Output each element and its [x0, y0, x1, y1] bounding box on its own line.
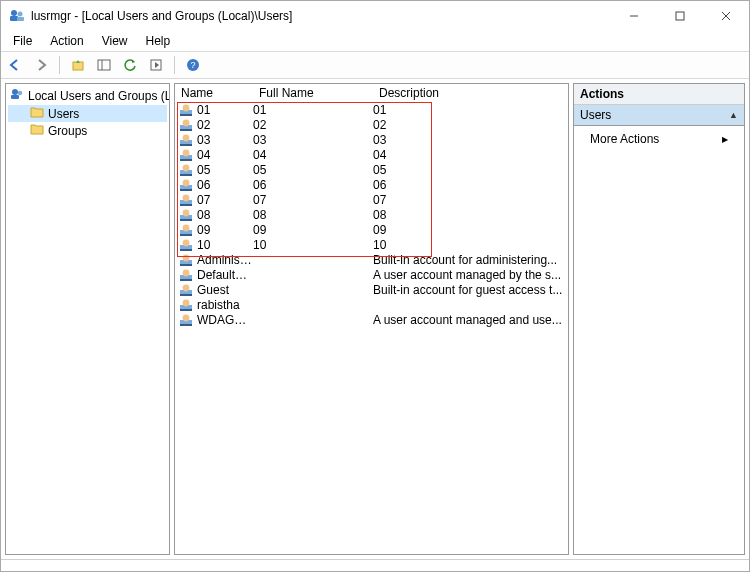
table-row-user-10[interactable]: 101010: [175, 237, 568, 252]
help-button[interactable]: ?: [183, 55, 203, 75]
user-icon: [179, 223, 193, 237]
tree-groups-label: Groups: [48, 124, 87, 138]
svg-rect-15: [11, 95, 19, 99]
cell-name: 10: [193, 238, 253, 252]
svg-point-48: [183, 254, 190, 261]
tree: Local Users and Groups (Local) Users Gro…: [6, 84, 169, 141]
svg-rect-19: [180, 114, 192, 116]
user-icon: [179, 238, 193, 252]
cell-description: 07: [373, 193, 568, 207]
svg-rect-34: [180, 189, 192, 191]
tree-node-users[interactable]: Users: [8, 105, 167, 122]
refresh-button[interactable]: [120, 55, 140, 75]
svg-point-16: [18, 91, 22, 95]
table-row-user-05[interactable]: 050505: [175, 162, 568, 177]
svg-point-54: [183, 284, 190, 291]
cell-fullname: 02: [253, 118, 373, 132]
back-button[interactable]: [5, 55, 25, 75]
table-row-user-02[interactable]: 020202: [175, 117, 568, 132]
svg-point-0: [11, 10, 17, 16]
table-row-user-01[interactable]: 010101: [175, 102, 568, 117]
table-row-user-07[interactable]: 070707: [175, 192, 568, 207]
svg-point-45: [183, 239, 190, 246]
cell-name: 08: [193, 208, 253, 222]
table-row-user-administrator[interactable]: AdministratorBuilt-in account for admini…: [175, 252, 568, 267]
chevron-right-icon: ▶: [722, 135, 728, 144]
toolbar: ?: [1, 51, 749, 79]
column-header-fullname[interactable]: Full Name: [253, 86, 373, 100]
table-row-user-wdagutility[interactable]: WDAGUtility...A user account managed and…: [175, 312, 568, 327]
table-row-user-03[interactable]: 030303: [175, 132, 568, 147]
table-row-user-04[interactable]: 040404: [175, 147, 568, 162]
cell-description: 03: [373, 133, 568, 147]
table-row-user-guest[interactable]: GuestBuilt-in account for guest access t…: [175, 282, 568, 297]
svg-rect-46: [180, 249, 192, 251]
cell-fullname: 05: [253, 163, 373, 177]
cell-name: 03: [193, 133, 253, 147]
menu-file[interactable]: File: [5, 32, 40, 50]
column-header-name[interactable]: Name: [175, 86, 253, 100]
user-icon: [179, 193, 193, 207]
cell-description: A user account managed by the s...: [373, 268, 568, 282]
list-rows: 0101010202020303030404040505050606060707…: [175, 102, 568, 554]
cell-description: Built-in account for guest access t...: [373, 283, 568, 297]
cell-name: 02: [193, 118, 253, 132]
table-row-user-defaultacco[interactable]: DefaultAcco...A user account managed by …: [175, 267, 568, 282]
collapse-up-icon: ▲: [729, 110, 738, 120]
svg-rect-25: [180, 144, 192, 146]
forward-button[interactable]: [31, 55, 51, 75]
svg-rect-37: [180, 204, 192, 206]
cell-description: 02: [373, 118, 568, 132]
svg-rect-5: [676, 12, 684, 20]
table-row-user-06[interactable]: 060606: [175, 177, 568, 192]
cell-fullname: 03: [253, 133, 373, 147]
user-icon: [179, 133, 193, 147]
tree-users-label: Users: [48, 107, 79, 121]
menu-action[interactable]: Action: [42, 32, 91, 50]
column-header-description[interactable]: Description: [373, 86, 568, 100]
list-pane: Name Full Name Description 0101010202020…: [174, 83, 569, 555]
cell-description: 09: [373, 223, 568, 237]
cell-description: 08: [373, 208, 568, 222]
svg-rect-55: [180, 294, 192, 296]
export-list-button[interactable]: [146, 55, 166, 75]
main-window: lusrmgr - [Local Users and Groups (Local…: [0, 0, 750, 572]
maximize-button[interactable]: [657, 1, 703, 31]
menu-help[interactable]: Help: [138, 32, 179, 50]
cell-description: A user account managed and use...: [373, 313, 568, 327]
svg-point-33: [183, 179, 190, 186]
tree-root-node[interactable]: Local Users and Groups (Local): [8, 86, 167, 105]
title-bar: lusrmgr - [Local Users and Groups (Local…: [1, 1, 749, 31]
actions-pane: Actions Users ▲ More Actions ▶: [573, 83, 745, 555]
svg-rect-9: [98, 60, 110, 70]
table-row-user-08[interactable]: 080808: [175, 207, 568, 222]
cell-name: 06: [193, 178, 253, 192]
cell-fullname: 06: [253, 178, 373, 192]
cell-name: DefaultAcco...: [193, 268, 253, 282]
close-button[interactable]: [703, 1, 749, 31]
actions-more[interactable]: More Actions ▶: [574, 126, 744, 152]
user-icon: [179, 163, 193, 177]
minimize-button[interactable]: [611, 1, 657, 31]
show-hide-tree-button[interactable]: [94, 55, 114, 75]
up-button[interactable]: [68, 55, 88, 75]
actions-section-users[interactable]: Users ▲: [574, 105, 744, 126]
menu-view[interactable]: View: [94, 32, 136, 50]
svg-point-57: [183, 299, 190, 306]
cell-name: rabistha: [193, 298, 253, 312]
table-row-user-rabistha[interactable]: rabistha: [175, 297, 568, 312]
cell-name: Guest: [193, 283, 253, 297]
table-row-user-09[interactable]: 090909: [175, 222, 568, 237]
tree-node-groups[interactable]: Groups: [8, 122, 167, 139]
svg-point-24: [183, 134, 190, 141]
client-area: Local Users and Groups (Local) Users Gro…: [1, 79, 749, 559]
actions-section-label: Users: [580, 108, 611, 122]
svg-rect-43: [180, 234, 192, 236]
tree-pane: Local Users and Groups (Local) Users Gro…: [5, 83, 170, 555]
svg-rect-31: [180, 174, 192, 176]
user-icon: [179, 313, 193, 327]
user-icon: [179, 253, 193, 267]
window-title: lusrmgr - [Local Users and Groups (Local…: [31, 9, 292, 23]
toolbar-separator: [59, 56, 60, 74]
title-bar-left: lusrmgr - [Local Users and Groups (Local…: [9, 7, 292, 26]
